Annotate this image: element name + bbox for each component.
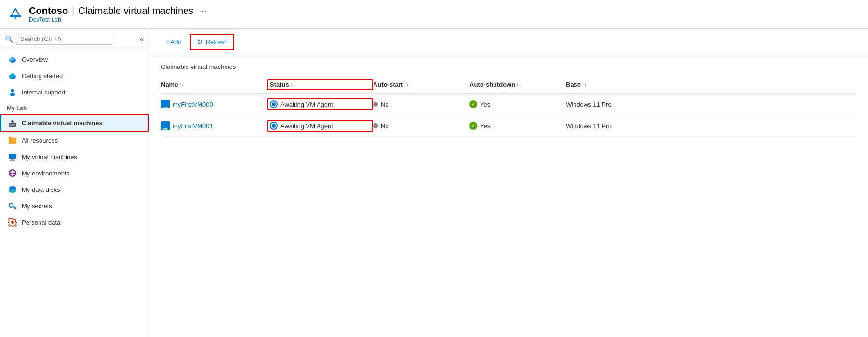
sidebar-item-my-environments[interactable]: My environments: [0, 165, 149, 181]
table-header: Name ↑↓ Status ↑↓ Auto-start ↑↓: [161, 76, 856, 94]
search-input[interactable]: [16, 33, 112, 45]
col-header-autostart[interactable]: Auto-start ↑↓: [373, 81, 469, 88]
my-lab-section-label: My Lab: [0, 100, 149, 114]
table-row: myFirstVM000 Awaiting VM Agent: [161, 94, 856, 115]
sidebar-item-label: My data disks: [22, 186, 60, 193]
main-content: + Add ↻ Refresh Claimable virtual machin…: [149, 29, 868, 337]
svg-rect-28: [163, 107, 167, 108]
sidebar-item-label: All resources: [22, 137, 58, 144]
row-1-name-cell: myFirstVM001: [161, 121, 267, 130]
refresh-button[interactable]: ↻ Refresh: [190, 34, 235, 50]
app-logo: [8, 6, 23, 23]
svg-rect-15: [10, 160, 15, 161]
collapse-icon[interactable]: «: [140, 35, 144, 43]
svg-point-4: [11, 57, 14, 61]
col-header-base[interactable]: Base ↑↓: [566, 81, 856, 88]
sort-icon-name: ↑↓: [179, 82, 184, 87]
row-0-autoshutdown-cell: ✓ Yes: [469, 100, 566, 108]
header-divider: |: [72, 5, 74, 16]
row-0-status-cell: Awaiting VM Agent: [267, 98, 373, 110]
sidebar-item-label: My environments: [22, 170, 69, 177]
sidebar-item-label: My secrets: [22, 202, 52, 210]
env-icon: [8, 169, 17, 177]
svg-point-26: [11, 221, 14, 224]
sidebar-item-my-secrets[interactable]: My secrets: [0, 198, 149, 214]
org-name: Contoso: [29, 5, 68, 16]
sort-icon-base: ↑↓: [582, 82, 587, 87]
svg-rect-30: [161, 123, 169, 128]
row-1-status: Awaiting VM Agent: [270, 122, 370, 130]
svg-point-9: [10, 93, 15, 96]
svg-rect-0: [10, 15, 21, 17]
svg-point-8: [11, 89, 14, 93]
page-header: Contoso | Claimable virtual machines ···…: [0, 0, 868, 29]
svg-rect-32: [162, 129, 168, 130]
sidebar: 🔍 « Overview Getting started: [0, 29, 149, 337]
table-row: myFirstVM001 Awaiting VM Agent: [161, 115, 856, 137]
refresh-icon: ↻: [197, 38, 203, 46]
disk-icon: [8, 185, 17, 194]
autoshutdown-yes-icon-0: ✓: [469, 100, 477, 108]
col-header-status[interactable]: Status ↑↓: [267, 79, 373, 90]
vm-icon-1: [161, 121, 170, 130]
row-0-name-cell: myFirstVM000: [161, 100, 267, 108]
svg-rect-31: [163, 128, 167, 129]
section-title: Claimable virtual machines: [161, 63, 856, 70]
sidebar-item-overview[interactable]: Overview: [0, 51, 149, 67]
sidebar-item-my-data-disks[interactable]: My data disks: [0, 181, 149, 198]
svg-line-23: [13, 206, 16, 208]
cloud-icon: [8, 55, 17, 64]
sidebar-search-area: 🔍 «: [0, 29, 149, 49]
cloud-teal-icon: [8, 71, 17, 80]
content-body: Claimable virtual machines Name ↑↓ Statu…: [149, 55, 868, 145]
svg-point-21: [9, 190, 16, 193]
key-icon: [8, 202, 17, 210]
sidebar-item-claimable-vms[interactable]: Claimable virtual machines: [0, 114, 149, 132]
col-header-name[interactable]: Name ↑↓: [161, 81, 267, 88]
sidebar-item-getting-started[interactable]: Getting started: [0, 67, 149, 84]
sidebar-item-my-vms[interactable]: My virtual machines: [0, 148, 149, 165]
more-options-icon[interactable]: ···: [199, 6, 206, 16]
row-1-status-cell: Awaiting VM Agent: [267, 120, 373, 132]
autoshutdown-yes-icon-1: ✓: [469, 122, 477, 130]
status-circle-icon-0: [270, 100, 278, 108]
download-box-icon: [8, 119, 17, 127]
gear-icon: [8, 218, 17, 227]
sort-icon-autostart: ↑↓: [404, 82, 409, 87]
row-0-autostart-cell: No: [373, 101, 469, 108]
main-layout: 🔍 « Overview Getting started: [0, 29, 868, 337]
sidebar-item-all-resources[interactable]: All resources: [0, 132, 149, 148]
row-1-autostart-cell: No: [373, 122, 469, 130]
svg-rect-14: [11, 159, 14, 160]
vm-icon: [8, 152, 17, 161]
svg-rect-27: [161, 101, 169, 106]
header-text: Contoso | Claimable virtual machines ···…: [29, 5, 206, 23]
sidebar-nav: Overview Getting started Internal suppor…: [0, 49, 149, 337]
vm-table: Name ↑↓ Status ↑↓ Auto-start ↑↓: [161, 76, 856, 137]
sub-label: DevTest Lab: [29, 16, 206, 23]
svg-rect-11: [10, 124, 15, 126]
sidebar-item-label: Personal data: [22, 219, 60, 226]
status-circle-icon-1: [270, 122, 278, 130]
col-header-status-wrapper: Status ↑↓: [267, 79, 373, 90]
folder-icon: [8, 136, 17, 145]
user-icon: [8, 88, 17, 96]
row-0-status-highlight: Awaiting VM Agent: [267, 98, 373, 110]
vm-link-1[interactable]: myFirstVM001: [161, 121, 267, 130]
sidebar-item-internal-support[interactable]: Internal support: [0, 84, 149, 100]
row-0-base-cell: Windows 11 Pro: [566, 101, 856, 108]
sidebar-item-label: Overview: [22, 56, 48, 63]
svg-rect-29: [162, 108, 168, 108]
sidebar-item-label: Internal support: [22, 89, 65, 96]
add-button[interactable]: + Add: [159, 35, 188, 49]
svg-point-7: [11, 73, 14, 77]
sidebar-item-label: Claimable virtual machines: [22, 120, 103, 127]
sidebar-item-personal-data[interactable]: Personal data: [0, 214, 149, 230]
vm-link-0[interactable]: myFirstVM000: [161, 100, 267, 108]
row-1-status-highlight: Awaiting VM Agent: [267, 120, 373, 132]
vm-icon-0: [161, 100, 170, 108]
toolbar: + Add ↻ Refresh: [149, 29, 868, 55]
row-1-base-cell: Windows 11 Pro: [566, 122, 856, 130]
col-header-autoshutdown[interactable]: Auto-shutdown ↑↓: [469, 81, 566, 88]
row-1-autoshutdown-cell: ✓ Yes: [469, 122, 566, 130]
